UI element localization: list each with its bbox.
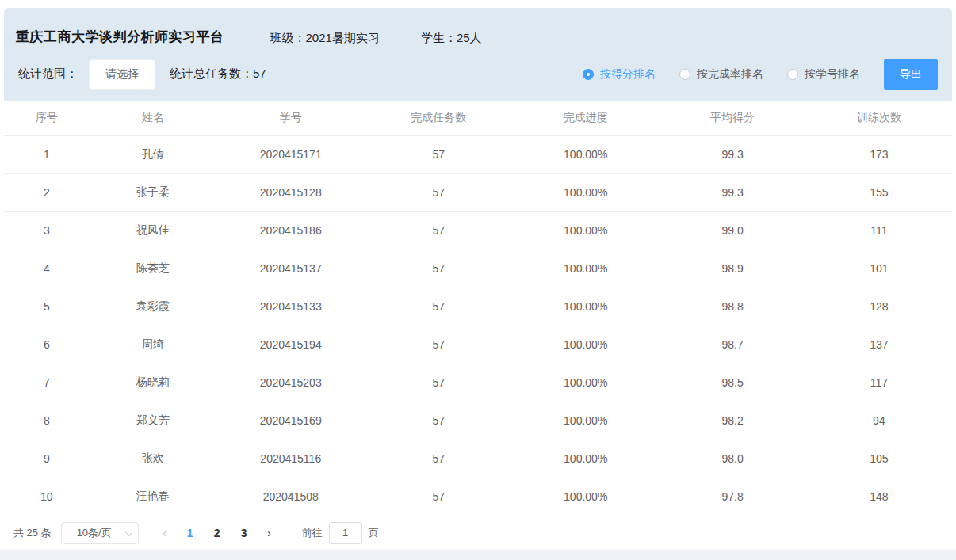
page-number[interactable]: 1 bbox=[178, 522, 202, 544]
page-size-select[interactable]: 10条/页 bbox=[61, 522, 139, 544]
table-cell: 111 bbox=[806, 211, 952, 250]
table-cell: 孔倩 bbox=[90, 135, 216, 173]
table-cell: 98.9 bbox=[659, 250, 805, 288]
table-cell: 100.00% bbox=[512, 211, 659, 250]
column-header: 姓名 bbox=[90, 101, 216, 135]
table-row: 10汪艳春20204150857100.00%97.8148 bbox=[4, 478, 952, 516]
table-cell: 100.00% bbox=[512, 173, 659, 211]
table-cell: 100.00% bbox=[512, 402, 659, 440]
header-area: 重庆工商大学谈判分析师实习平台 班级：2021暑期实习 学生：25人 统计范围：… bbox=[4, 8, 952, 101]
table-row: 6周绮202041519457100.00%98.7137 bbox=[4, 326, 952, 364]
sort-radio-option[interactable]: 按完成率排名 bbox=[679, 67, 763, 82]
table-cell: 100.00% bbox=[512, 440, 659, 478]
page-number[interactable]: 2 bbox=[205, 522, 229, 544]
sort-radio-option[interactable]: 按得分排名 bbox=[583, 67, 656, 82]
pagination-total: 共 25 条 bbox=[13, 526, 52, 540]
table-cell: 祝凤佳 bbox=[90, 211, 216, 250]
radio-label: 按学号排名 bbox=[805, 67, 860, 82]
scope-select[interactable]: 请选择 bbox=[89, 59, 155, 90]
table-cell: 2020415186 bbox=[216, 211, 365, 250]
pagination-bar: 共 25 条 10条/页 ‹ 123 › 前往 页 bbox=[4, 516, 952, 550]
table-cell: 98.7 bbox=[659, 326, 805, 364]
table-cell: 101 bbox=[806, 250, 952, 288]
table-cell: 98.0 bbox=[659, 440, 805, 478]
table-row: 2张子柔202041512857100.00%99.3155 bbox=[4, 173, 952, 211]
table-cell: 137 bbox=[806, 326, 952, 364]
radio-icon bbox=[787, 69, 798, 80]
pager-nav: ‹ 123 › bbox=[153, 522, 281, 544]
scope-label: 统计范围： bbox=[18, 67, 78, 82]
table-cell: 57 bbox=[365, 288, 512, 326]
page: 重庆工商大学谈判分析师实习平台 班级：2021暑期实习 学生：25人 统计范围：… bbox=[0, 0, 956, 560]
table-cell: 2020415137 bbox=[216, 250, 365, 288]
table-cell: 100.00% bbox=[512, 135, 659, 173]
table-row: 7杨晓莉202041520357100.00%98.5117 bbox=[4, 364, 952, 402]
table-cell: 57 bbox=[365, 173, 512, 211]
class-label: 班级： bbox=[270, 31, 306, 44]
table-cell: 57 bbox=[365, 402, 512, 440]
table-header-row: 序号姓名学号完成任务数完成进度平均得分训练次数 bbox=[4, 101, 952, 135]
table-cell: 2020415128 bbox=[216, 173, 365, 211]
prev-page-button[interactable]: ‹ bbox=[153, 522, 177, 544]
goto-page-input[interactable] bbox=[329, 522, 362, 544]
filter-bar: 统计范围： 请选择 统计总任务数：57 按得分排名按完成率排名按学号排名 导出 bbox=[4, 48, 952, 101]
table-cell: 陈荟芝 bbox=[90, 250, 216, 288]
students-label: 学生： bbox=[421, 31, 457, 44]
students-value: 25人 bbox=[457, 31, 482, 44]
radio-label: 按完成率排名 bbox=[697, 67, 763, 82]
table-cell: 105 bbox=[806, 440, 952, 478]
table-cell: 3 bbox=[4, 211, 90, 250]
sort-radio-option[interactable]: 按学号排名 bbox=[787, 67, 860, 82]
table-cell: 100.00% bbox=[512, 288, 659, 326]
table-cell: 2 bbox=[4, 173, 90, 211]
sort-radio-group: 按得分排名按完成率排名按学号排名 bbox=[583, 67, 884, 82]
table-cell: 99.3 bbox=[659, 173, 805, 211]
table-row: 1孔倩202041517157100.00%99.3173 bbox=[4, 135, 952, 173]
table-cell: 8 bbox=[4, 402, 90, 440]
table-cell: 2020415169 bbox=[216, 402, 365, 440]
total-tasks-label: 统计总任务数： bbox=[170, 67, 253, 80]
radio-icon bbox=[583, 69, 594, 80]
class-info: 班级：2021暑期实习 bbox=[270, 31, 380, 46]
goto-suffix: 页 bbox=[369, 526, 379, 540]
table-cell: 4 bbox=[4, 250, 90, 288]
table-cell: 100.00% bbox=[512, 250, 659, 288]
column-header: 学号 bbox=[216, 101, 365, 135]
table-cell: 7 bbox=[4, 364, 90, 402]
title-bar: 重庆工商大学谈判分析师实习平台 班级：2021暑期实习 学生：25人 bbox=[4, 8, 952, 48]
goto-group: 前往 页 bbox=[302, 522, 379, 544]
table-cell: 57 bbox=[365, 364, 512, 402]
ranking-table: 序号姓名学号完成任务数完成进度平均得分训练次数 1孔倩2020415171571… bbox=[4, 101, 952, 516]
table-cell: 汪艳春 bbox=[90, 478, 216, 516]
table-cell: 57 bbox=[365, 326, 512, 364]
table-cell: 郑义芳 bbox=[90, 402, 216, 440]
table-cell: 10 bbox=[4, 478, 90, 516]
table-cell: 2020415116 bbox=[216, 440, 365, 478]
class-value: 2021暑期实习 bbox=[306, 31, 380, 44]
column-header: 平均得分 bbox=[659, 101, 805, 135]
export-button[interactable]: 导出 bbox=[884, 59, 938, 90]
chevron-down-icon bbox=[125, 529, 132, 536]
table-cell: 202041508 bbox=[216, 478, 365, 516]
table-cell: 57 bbox=[365, 478, 512, 516]
table-cell: 2020415194 bbox=[216, 326, 365, 364]
radio-label: 按得分排名 bbox=[600, 67, 656, 82]
table-cell: 100.00% bbox=[512, 478, 659, 516]
page-number[interactable]: 3 bbox=[232, 522, 256, 544]
page-title: 重庆工商大学谈判分析师实习平台 bbox=[16, 28, 224, 46]
table-cell: 2020415203 bbox=[216, 364, 365, 402]
column-header: 完成任务数 bbox=[365, 101, 512, 135]
table-cell: 袁彩霞 bbox=[90, 288, 216, 326]
next-page-button[interactable]: › bbox=[258, 522, 281, 544]
table-cell: 2020415133 bbox=[216, 288, 365, 326]
table-row: 8郑义芳202041516957100.00%98.294 bbox=[4, 402, 952, 440]
table-cell: 98.5 bbox=[659, 364, 805, 402]
bottom-strip bbox=[0, 550, 956, 560]
table-cell: 5 bbox=[4, 288, 90, 326]
table-cell: 99.0 bbox=[659, 211, 805, 250]
table-cell: 100.00% bbox=[512, 326, 659, 364]
column-header: 完成进度 bbox=[512, 101, 659, 135]
table-cell: 128 bbox=[806, 288, 952, 326]
table-cell: 98.2 bbox=[659, 402, 805, 440]
total-tasks-value: 57 bbox=[253, 67, 266, 80]
